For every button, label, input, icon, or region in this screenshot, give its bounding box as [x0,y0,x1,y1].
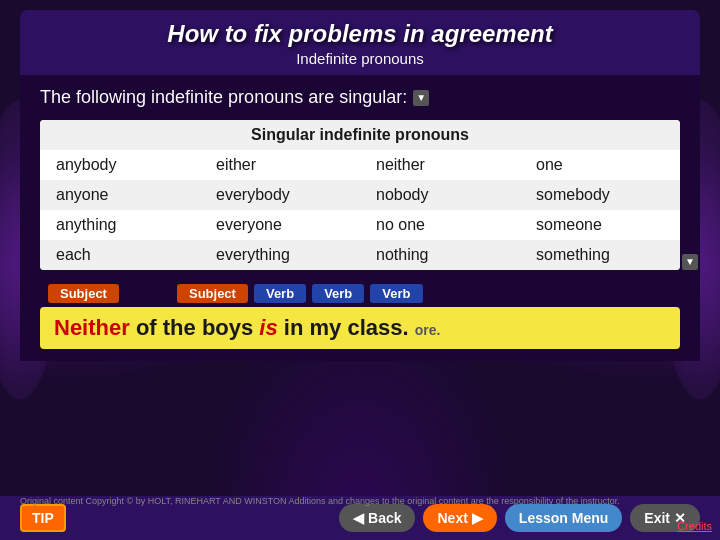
cell-anyone: anyone [40,180,200,210]
next-button[interactable]: Next ▶ [423,504,496,532]
following-text-line: The following indefinite pronouns are si… [40,87,680,108]
sentence-neither: Neither [54,315,130,340]
table-row: anyone everybody nobody somebody [40,180,680,210]
label-subject1: Subject [48,284,119,303]
cell-everyone: everyone [200,210,360,240]
subtitle: Indefinite pronouns [40,50,680,67]
label-subject2: Subject [177,284,248,303]
table-row: anything everyone no one someone [40,210,680,240]
pronoun-table: Singular indefinite pronouns anybody eit… [40,120,680,270]
credits-link[interactable]: Credits [677,520,712,532]
subject-labels: Subject Subject Verb Verb Verb [48,284,680,303]
cell-each: each [40,240,200,270]
cell-anything: anything [40,210,200,240]
copyright-text: Original content Copyright © by HOLT, RI… [20,496,620,506]
sentence-end: in my class. [278,315,409,340]
title-section: How to fix problems in agreement Indefin… [20,10,700,75]
dropdown-arrow-icon[interactable]: ▼ [413,90,429,106]
label-verb1: Verb [254,284,306,303]
back-button[interactable]: ◀ Back [339,504,415,532]
next-arrow-icon: ▶ [472,510,483,526]
sentence-more: ore. [415,322,441,338]
cell-either: either [200,150,360,180]
sentence-is: is [259,315,277,340]
following-text: The following indefinite pronouns are si… [40,87,407,108]
cell-everybody: everybody [200,180,360,210]
cell-somebody: somebody [520,180,680,210]
pronoun-table-wrapper: Singular indefinite pronouns anybody eit… [40,120,680,270]
back-arrow-icon: ◀ [353,510,364,526]
sentence-area: Subject Subject Verb Verb Verb Neither o… [40,284,680,349]
sentence-box: Neither of the boys is in my class. ore. [40,307,680,349]
sentence-middle: of the boys [130,315,260,340]
table-header: Singular indefinite pronouns [40,120,680,150]
cell-nobody: nobody [360,180,520,210]
cell-no-one: no one [360,210,520,240]
cell-nothing: nothing [360,240,520,270]
tip-badge: TIP [20,504,66,532]
nav-buttons: ◀ Back Next ▶ Lesson Menu Exit ✕ [339,504,700,532]
cell-anybody: anybody [40,150,200,180]
cell-someone: someone [520,210,680,240]
lesson-menu-button[interactable]: Lesson Menu [505,504,622,532]
table-row: anybody either neither one [40,150,680,180]
table-row: each everything nothing something [40,240,680,270]
content-area: The following indefinite pronouns are si… [20,75,700,361]
cell-something: something [520,240,680,270]
label-verb2: Verb [312,284,364,303]
cell-everything: everything [200,240,360,270]
main-title: How to fix problems in agreement [40,20,680,48]
cell-neither: neither [360,150,520,180]
cell-one: one [520,150,680,180]
label-verb3: Verb [370,284,422,303]
table-scroll-down-icon[interactable]: ▼ [682,254,698,270]
